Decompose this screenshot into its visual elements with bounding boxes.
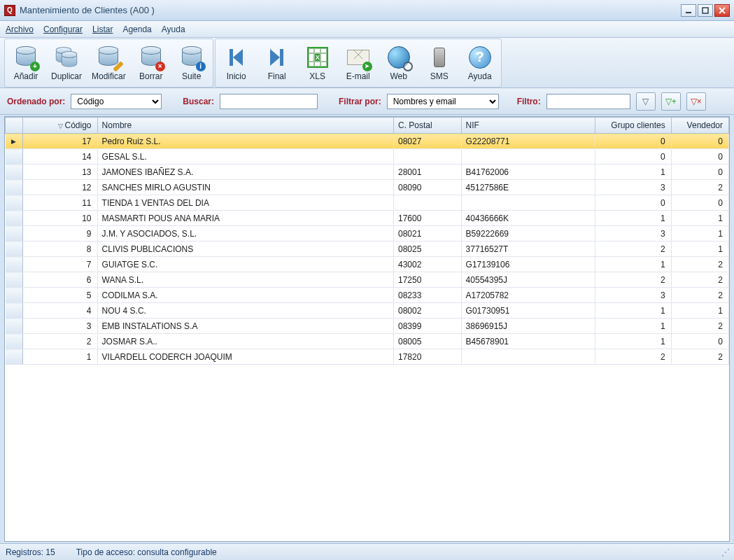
cell-codigo: 2: [22, 334, 97, 349]
cell-codigo: 7: [22, 257, 97, 272]
cell-grupo: 1: [595, 318, 671, 334]
menu-ayuda[interactable]: Ayuda: [162, 24, 185, 34]
table-row[interactable]: 10MASMARTI POUS ANA MARIA1760040436666K1…: [6, 211, 729, 226]
menu-archivo[interactable]: Archivo: [6, 24, 34, 34]
menu-listar[interactable]: Listar: [92, 24, 113, 34]
funnel-add-icon: ▽+: [665, 97, 677, 106]
cell-nombre: NOU 4 S.C.: [97, 303, 393, 318]
cell-cpostal: 17820: [394, 349, 462, 365]
table-row[interactable]: 1VILARDELL CODERCH JOAQUIM1782022: [6, 349, 729, 365]
cell-nif: 38696915J: [461, 318, 595, 334]
web-button[interactable]: Web: [379, 41, 418, 85]
table-row[interactable]: 14GESAL S.L.00: [6, 149, 729, 164]
table-row[interactable]: 5CODILMA S.A.08233A1720578232: [6, 288, 729, 303]
menu-agenda[interactable]: Agenda: [122, 24, 151, 34]
sms-button[interactable]: SMS: [420, 41, 459, 85]
table-row[interactable]: 12SANCHES MIRLO AGUSTIN0809045127586E32: [6, 180, 729, 195]
row-indicator: [6, 226, 23, 241]
cell-grupo: 1: [595, 334, 671, 349]
maximize-button[interactable]: [698, 4, 713, 17]
menu-configurar[interactable]: Configurar: [43, 24, 83, 34]
cell-vendedor: 2: [671, 257, 728, 272]
cell-vendedor: 1: [671, 303, 728, 318]
titlebar: Q Mantenimiento de Clientes (A00 ): [0, 0, 734, 21]
cell-cpostal: 08005: [394, 334, 462, 349]
duplicate-button[interactable]: Duplicar: [47, 41, 86, 85]
table-row[interactable]: 9J.M. Y ASOCIADOS, S.L.08021B5922266931: [6, 226, 729, 241]
xls-icon: X: [305, 45, 330, 70]
cell-grupo: 0: [595, 149, 671, 164]
cell-codigo: 3: [22, 318, 97, 334]
col-vendedor[interactable]: Vendedor: [671, 118, 728, 134]
row-indicator: [6, 195, 23, 211]
row-indicator: [6, 303, 23, 318]
cell-codigo: 8: [22, 241, 97, 257]
search-input[interactable]: [220, 94, 318, 109]
col-grupo[interactable]: Grupo clientes: [595, 118, 671, 134]
row-header-column: [6, 118, 23, 134]
cell-nif: B41762006: [461, 164, 595, 180]
xls-button[interactable]: X XLS: [298, 41, 337, 85]
email-button[interactable]: ➤ E-mail: [339, 41, 378, 85]
table-row[interactable]: 17Pedro Ruiz S.L.08027G2220877100: [6, 134, 729, 149]
first-button[interactable]: Inicio: [217, 41, 256, 85]
cell-codigo: 17: [22, 134, 97, 149]
col-codigo[interactable]: ▽Código: [22, 118, 97, 134]
cell-cpostal: [394, 195, 462, 211]
cell-nif: B45678901: [461, 334, 595, 349]
table-row[interactable]: 11TIENDA 1 VENTAS DEL DIA00: [6, 195, 729, 211]
table-row[interactable]: 7GUIATGE S.C.43002G1713910612: [6, 257, 729, 272]
suite-button[interactable]: i Suite: [172, 41, 211, 85]
last-button[interactable]: Final: [257, 41, 297, 85]
cell-grupo: 2: [595, 241, 671, 257]
table-row[interactable]: 3EMB INSTALATIONS S.A0839938696915J12: [6, 318, 729, 334]
add-button[interactable]: + Añadir: [6, 41, 45, 85]
funnel-clear-icon: ▽×: [691, 97, 702, 106]
modify-button[interactable]: Modificar: [87, 41, 130, 85]
row-indicator: [6, 241, 23, 257]
cell-nif: 40436666K: [461, 211, 595, 226]
resize-grip[interactable]: ⋰: [721, 547, 728, 557]
cell-vendedor: 2: [671, 272, 728, 288]
cell-cpostal: 17250: [394, 272, 462, 288]
table-row[interactable]: 2JOSMAR S.A..08005B4567890110: [6, 334, 729, 349]
minimize-button[interactable]: [681, 4, 696, 17]
filterbar: Ordenado por: Código Buscar: Filtrar por…: [0, 88, 734, 115]
cell-cpostal: 08399: [394, 318, 462, 334]
cell-cpostal: 43002: [394, 257, 462, 272]
table-row[interactable]: 8CLIVIS PUBLICACIONS0802537716527T21: [6, 241, 729, 257]
table-row[interactable]: 6WANA S.L.1725040554395J22: [6, 272, 729, 288]
close-button[interactable]: [714, 4, 730, 17]
cell-vendedor: 0: [671, 195, 728, 211]
cell-grupo: 3: [595, 226, 671, 241]
cell-vendedor: 0: [671, 149, 728, 164]
filterby-select[interactable]: Nombres y email: [387, 94, 499, 109]
row-indicator: [6, 134, 23, 149]
data-grid[interactable]: ▽Código Nombre C. Postal NIF Grupo clien…: [4, 116, 730, 542]
clear-filter-button[interactable]: ▽×: [686, 92, 706, 111]
help-button[interactable]: ? Ayuda: [460, 41, 500, 85]
cell-nombre: GUIATGE S.C.: [97, 257, 393, 272]
mail-icon: ➤: [346, 45, 371, 70]
apply-filter-button[interactable]: ▽: [636, 92, 656, 111]
col-cpostal[interactable]: C. Postal: [394, 118, 462, 134]
sortby-select[interactable]: Código: [71, 94, 162, 109]
col-nombre[interactable]: Nombre: [97, 118, 393, 134]
col-nif[interactable]: NIF: [461, 118, 595, 134]
table-row[interactable]: 4NOU 4 S.C.08002G0173095111: [6, 303, 729, 318]
cell-nif: G17139106: [461, 257, 595, 272]
cell-cpostal: 08233: [394, 288, 462, 303]
cell-cpostal: 08027: [394, 134, 462, 149]
row-indicator: [6, 318, 23, 334]
cell-nombre: CLIVIS PUBLICACIONS: [97, 241, 393, 257]
table-row[interactable]: 13JAMONES IBAÑEZ S.A.28001B4176200610: [6, 164, 729, 180]
cell-cpostal: [394, 149, 462, 164]
cell-vendedor: 2: [671, 349, 728, 365]
cell-nif: G22208771: [461, 134, 595, 149]
delete-button[interactable]: × Borrar: [132, 41, 171, 85]
add-filter-button[interactable]: ▽+: [661, 92, 681, 111]
cell-nombre: SANCHES MIRLO AGUSTIN: [97, 180, 393, 195]
filter-input[interactable]: [546, 94, 630, 109]
cell-nombre: Pedro Ruiz S.L.: [97, 134, 393, 149]
cell-nombre: JOSMAR S.A..: [97, 334, 393, 349]
